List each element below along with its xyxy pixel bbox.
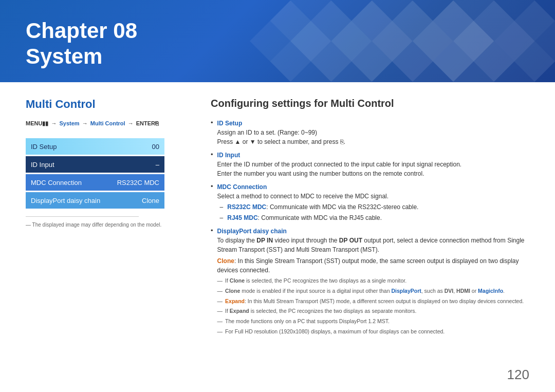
- mdc-heading: MDC Connection: [217, 183, 267, 191]
- system-link: System: [60, 120, 80, 126]
- dp-note-6: ― For Full HD resolution (1920x1080) dis…: [217, 328, 529, 336]
- main-content: Multi Control MENU▮▮ → System → Multi Co…: [0, 82, 555, 392]
- menu-item-mdc-value: RS232C MDC: [117, 179, 159, 186]
- bullet-id-setup: • ID Setup Assign an ID to a set. (Range…: [211, 119, 529, 146]
- chapter-subtitle: System: [26, 44, 137, 69]
- dp-clone-note: Clone: In this Single Stream Transport (…: [217, 256, 529, 275]
- menu-label: MENU▮▮: [26, 120, 48, 126]
- rs232c-text: RS232C MDC: Communicate with MDC via the…: [227, 202, 418, 212]
- page-number: 120: [507, 367, 529, 383]
- dp-note-2: ― Clone mode is enabled if the input sou…: [217, 287, 529, 295]
- chapter-title: Chapter 08 System: [26, 18, 137, 70]
- right-section-title: Configuring settings for Multi Control: [211, 98, 529, 109]
- divider: [26, 216, 139, 217]
- sub-bullet-rs232c: – RS232C MDC: Communicate with MDC via t…: [220, 202, 419, 212]
- menu-item-id-input[interactable]: ID Input –: [26, 156, 164, 173]
- bullet-id-input: • ID Input Enter the ID number of the pr…: [211, 151, 529, 178]
- dp-note-4: ― If Expand is selected, the PC recogniz…: [217, 307, 529, 315]
- id-setup-sub: Press ▲ or ▼ to select a number, and pre…: [217, 138, 346, 145]
- menu-item-id-input-label: ID Input: [31, 161, 54, 169]
- bullet-content-mdc: MDC Connection Select a method to connec…: [217, 182, 419, 222]
- menu-item-dp-value: Clone: [142, 197, 159, 204]
- menu-item-mdc-connection[interactable]: MDC Connection RS232C MDC: [26, 174, 164, 191]
- menu-path: MENU▮▮ → System → Multi Control → ENTER⎘: [26, 120, 190, 127]
- dp-note-3: ― Expand: In this Multi Stream Transport…: [217, 297, 529, 306]
- bullet-dot-2: •: [211, 151, 213, 178]
- bullet-displayport: • DisplayPort daisy chain To display the…: [211, 227, 529, 336]
- bullet-dot-4: •: [211, 227, 213, 336]
- bullet-content-displayport: DisplayPort daisy chain To display the D…: [217, 227, 529, 336]
- chapter-number: Chapter 08: [26, 18, 137, 44]
- header-decoration: [250, 0, 555, 82]
- dp-note-5: ― The mode functions only on a PC that s…: [217, 318, 529, 326]
- left-column: Multi Control MENU▮▮ → System → Multi Co…: [26, 98, 190, 382]
- id-setup-heading: ID Setup: [217, 120, 243, 127]
- sub-bullet-rj45: – RJ45 MDC: Communicate with MDC via the…: [220, 213, 419, 222]
- menu-item-id-input-value: –: [156, 161, 159, 169]
- id-input-heading: ID Input: [217, 152, 240, 159]
- bullet-dot-1: •: [211, 119, 213, 146]
- dp-text: To display the DP IN video input through…: [217, 237, 525, 253]
- bullet-dot-3: •: [211, 182, 213, 222]
- menu-item-id-setup-label: ID Setup: [31, 143, 57, 151]
- bullet-content-id-setup: ID Setup Assign an ID to a set. (Range: …: [217, 119, 346, 146]
- page-header: Chapter 08 System: [0, 0, 555, 82]
- image-note: ― The displayed image may differ dependi…: [26, 222, 190, 228]
- id-input-text2: Enter the number you want using the numb…: [217, 170, 424, 177]
- menu-list: ID Setup 00 ID Input – MDC Connection RS…: [26, 138, 190, 209]
- mdc-text: Select a method to connect to MDC to rec…: [217, 193, 389, 200]
- multi-control-link: Multi Control: [90, 120, 125, 126]
- menu-item-id-setup-value: 00: [152, 143, 159, 151]
- bullet-content-id-input: ID Input Enter the ID number of the prod…: [217, 151, 462, 178]
- menu-item-mdc-label: MDC Connection: [31, 179, 82, 186]
- dp-note-1: ― If Clone is selected, the PC recognize…: [217, 277, 529, 285]
- id-setup-text: Assign an ID to a set. (Range: 0~99): [217, 129, 317, 136]
- bullet-mdc: • MDC Connection Select a method to conn…: [211, 182, 529, 222]
- enter-label: ENTER⎘: [136, 120, 159, 126]
- id-input-text1: Enter the ID number of the product conne…: [217, 161, 462, 168]
- menu-item-id-setup[interactable]: ID Setup 00: [26, 138, 164, 155]
- menu-item-displayport[interactable]: DisplayPort daisy chain Clone: [26, 192, 164, 209]
- right-column: Configuring settings for Multi Control •…: [211, 98, 529, 382]
- dp-heading: DisplayPort daisy chain: [217, 228, 287, 235]
- rj45-text: RJ45 MDC: Communicate with MDC via the R…: [227, 213, 382, 222]
- section-title: Multi Control: [26, 98, 190, 111]
- menu-item-dp-label: DisplayPort daisy chain: [31, 197, 100, 204]
